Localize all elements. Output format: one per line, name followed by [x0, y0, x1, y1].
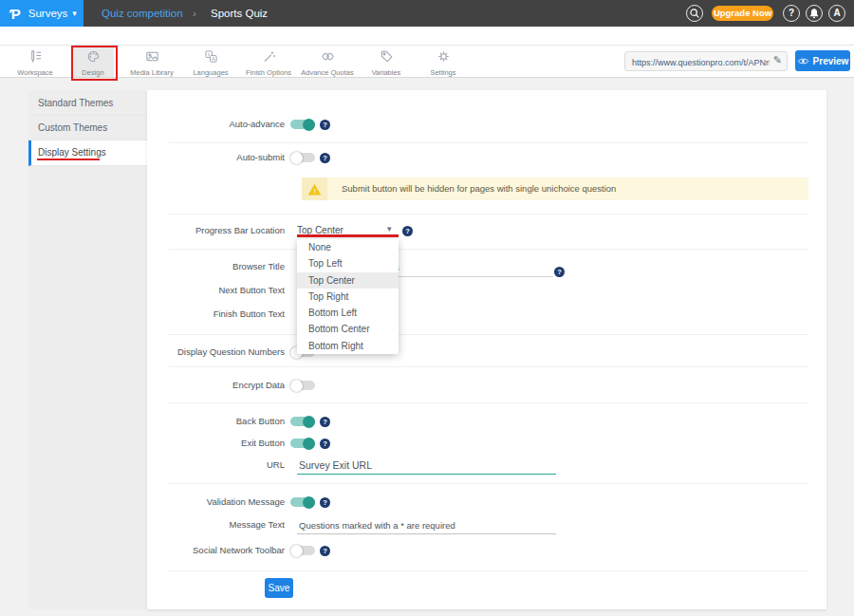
upgrade-now-button[interactable]: Upgrade Now: [712, 6, 773, 21]
edit-pencil-icon[interactable]: ✎: [773, 54, 782, 66]
toolbar-advance-quotas-button[interactable]: Advance Quotas: [299, 46, 356, 77]
browser-title-label: Browser Title: [85, 261, 285, 271]
toolbar-settings-button[interactable]: Settings: [415, 46, 472, 77]
warning-icon: !: [307, 183, 322, 196]
message-text-input[interactable]: [297, 516, 556, 534]
save-button[interactable]: Save: [265, 578, 293, 598]
divider: [169, 483, 808, 484]
workspace-icon: [28, 49, 43, 64]
search-icon[interactable]: [686, 5, 703, 22]
dropdown-option-bottom-left[interactable]: Bottom Left: [297, 305, 399, 321]
translate-icon: x A: [204, 49, 218, 64]
divider: [169, 249, 808, 250]
sidebar-item-standard-themes[interactable]: Standard Themes: [28, 91, 147, 116]
svg-text:!: !: [313, 186, 315, 195]
breadcrumb-current: Sports Quiz: [211, 0, 268, 27]
toggle-knob: [290, 380, 303, 392]
toggle-knob: [290, 545, 303, 557]
toolbar-button-label: Media Library: [123, 68, 180, 77]
app-logo-area[interactable]: Ƥ Surveys ▾: [0, 0, 84, 27]
help-icon[interactable]: ?: [320, 120, 330, 130]
gear-icon: [436, 49, 451, 64]
help-icon[interactable]: ?: [402, 226, 413, 236]
auto-advance-toggle[interactable]: [290, 120, 315, 129]
svg-text:A: A: [212, 56, 215, 62]
progress-bar-location-dropdown: None Top Left Top Center Top Right Botto…: [297, 239, 399, 354]
toolbar-button-label: Variables: [358, 68, 415, 77]
toggle-knob: [303, 496, 315, 509]
auto-submit-toggle[interactable]: [290, 153, 315, 162]
progress-bar-location-label: Progress Bar Location: [85, 225, 285, 235]
dropdown-option-top-left[interactable]: Top Left: [297, 255, 399, 271]
toggle-knob: [303, 438, 315, 450]
toolbar-button-label: Settings: [415, 68, 472, 77]
annotation-design-highlight: [71, 46, 118, 81]
warning-icon-cell: !: [302, 177, 327, 200]
questionpro-logo: Ƥ: [9, 6, 21, 22]
toggle-knob: [303, 119, 315, 131]
divider: [169, 142, 808, 143]
survey-url-input[interactable]: [630, 53, 771, 71]
chevron-down-icon: ▾: [387, 224, 392, 233]
dropdown-option-top-center[interactable]: Top Center: [297, 272, 399, 289]
toolbar-workspace-button[interactable]: Workspace: [7, 46, 64, 77]
search-icon: [688, 7, 701, 20]
exit-url-input[interactable]: [297, 457, 556, 475]
help-icon[interactable]: ?: [320, 497, 330, 508]
toolbar-languages-button[interactable]: x A Languages: [182, 46, 239, 77]
help-icon[interactable]: ?: [320, 439, 330, 449]
validation-message-toggle[interactable]: [290, 497, 315, 507]
display-question-numbers-label: Display Question Numbers: [85, 346, 285, 357]
preview-button[interactable]: Preview: [795, 50, 850, 71]
back-button-label: Back Button: [85, 416, 285, 426]
image-icon: [145, 49, 159, 64]
back-button-toggle[interactable]: [290, 417, 315, 426]
chevron-down-icon: ▾: [72, 9, 77, 18]
toolbar-variables-button[interactable]: Variables: [358, 46, 415, 77]
nav-tabs-bar: Edit Distribute Analytics Integration Re…: [0, 27, 854, 46]
divider: [169, 214, 808, 215]
exit-button-toggle[interactable]: [290, 439, 315, 448]
tag-icon: [380, 49, 394, 64]
social-network-toolbar-label: Social Network Toolbar: [85, 545, 285, 555]
encrypt-data-label: Encrypt Data: [85, 380, 285, 390]
exit-url-label: URL: [85, 459, 285, 470]
help-icon[interactable]: ?: [320, 546, 330, 556]
bell-icon: [808, 7, 821, 20]
validation-message-label: Validation Message: [85, 496, 285, 507]
avatar[interactable]: A: [828, 5, 845, 22]
toggle-knob: [290, 152, 303, 164]
message-text-label: Message Text: [85, 519, 285, 530]
toolbar-finish-options-button[interactable]: Finish Options: [240, 46, 297, 77]
divider: [169, 570, 808, 571]
dropdown-option-none[interactable]: None: [297, 239, 399, 255]
help-button[interactable]: ?: [783, 5, 800, 22]
social-network-toolbar-toggle[interactable]: [290, 546, 315, 555]
top-bar: Ƥ Surveys ▾ Quiz competition › Sports Qu…: [0, 0, 854, 27]
encrypt-data-toggle[interactable]: [290, 381, 315, 390]
auto-submit-label: Auto-submit: [85, 152, 285, 162]
notifications-button[interactable]: [806, 5, 823, 22]
help-icon[interactable]: ?: [320, 417, 330, 427]
dropdown-option-bottom-center[interactable]: Bottom Center: [297, 321, 399, 337]
preview-button-label: Preview: [813, 56, 849, 66]
toggle-knob: [303, 416, 315, 428]
surveys-menu[interactable]: Surveys: [28, 8, 68, 19]
toolbar-media-library-button[interactable]: Media Library: [123, 46, 180, 77]
toolbar-button-label: Finish Options: [240, 68, 297, 77]
dropdown-option-bottom-right[interactable]: Bottom Right: [297, 338, 399, 354]
dropdown-option-top-right[interactable]: Top Right: [297, 289, 399, 305]
toolbar-button-label: Workspace: [7, 68, 64, 77]
warning-text: Submit button will be hidden for pages w…: [342, 177, 616, 200]
toolbar-button-label: Languages: [182, 68, 239, 77]
divider: [169, 334, 808, 335]
toolbar-button-label: Advance Quotas: [299, 68, 356, 77]
annotation-select-underline: [297, 234, 399, 237]
help-icon[interactable]: ?: [320, 153, 330, 163]
wand-icon: [262, 49, 276, 64]
warning-banner: ! Submit button will be hidden for pages…: [302, 177, 808, 200]
help-icon[interactable]: ?: [554, 267, 565, 277]
breadcrumb-parent[interactable]: Quiz competition: [102, 0, 183, 27]
divider: [169, 402, 808, 403]
survey-url-field[interactable]: ✎: [624, 51, 788, 71]
